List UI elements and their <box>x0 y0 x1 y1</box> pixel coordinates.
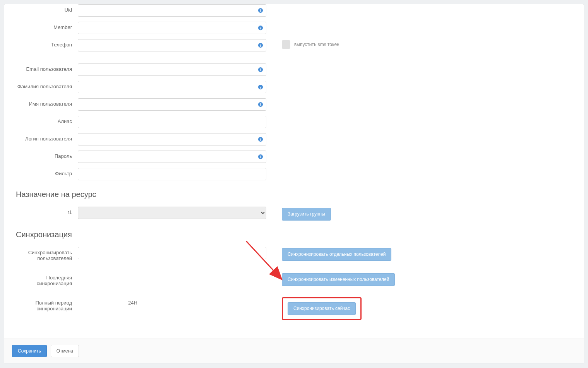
input-alias[interactable] <box>78 116 266 128</box>
field-row-password: Пароль i <box>10 151 578 163</box>
label-email: Email пользователя <box>10 63 78 72</box>
info-icon[interactable]: i <box>258 25 263 31</box>
cancel-button[interactable]: Отмена <box>51 345 79 358</box>
field-row-uid: Uid i <box>10 4 578 17</box>
label-password: Пароль <box>10 151 78 159</box>
info-icon[interactable]: i <box>258 154 263 159</box>
input-uid[interactable] <box>78 4 266 17</box>
field-row-alias: Алиас <box>10 116 578 128</box>
input-login[interactable] <box>78 133 266 145</box>
svg-text:i: i <box>260 68 261 72</box>
input-phone[interactable] <box>78 39 266 51</box>
field-row-firstname: Имя пользователя i <box>10 98 578 111</box>
input-email[interactable] <box>78 63 266 76</box>
svg-text:i: i <box>260 155 261 159</box>
label-sync-users: Синхронизировать пользователей <box>10 247 78 261</box>
svg-text:i: i <box>260 43 261 48</box>
svg-text:i: i <box>260 85 261 89</box>
field-row-full-period: Полный период синхронизации 24H Синхрони… <box>10 297 578 320</box>
svg-text:i: i <box>260 26 261 30</box>
input-lastname[interactable] <box>78 81 266 93</box>
label-r1: r1 <box>10 207 78 215</box>
field-row-r1: r1 Загрузить группы <box>10 207 578 221</box>
label-member: Member <box>10 22 78 30</box>
field-row-email: Email пользователя i <box>10 63 578 76</box>
label-filter: Фильтр <box>10 168 78 176</box>
info-icon[interactable]: i <box>258 102 263 107</box>
input-firstname[interactable] <box>78 98 266 111</box>
sync-now-button[interactable]: Синхронизировать сейчас <box>288 302 356 315</box>
label-firstname: Имя пользователя <box>10 98 78 107</box>
heading-sync: Синхронизация <box>10 230 578 239</box>
label-full-period: Полный период синхронизации <box>10 297 78 312</box>
svg-text:i: i <box>260 137 261 142</box>
label-sms-token: выпустить sms токен <box>294 42 339 47</box>
info-icon[interactable]: i <box>258 84 263 90</box>
info-icon[interactable]: i <box>258 67 263 72</box>
field-row-last-sync: Последняя синхронизация Синхронизировать… <box>10 272 578 286</box>
field-row-member: Member i <box>10 22 578 34</box>
input-member[interactable] <box>78 22 266 34</box>
info-icon[interactable]: i <box>258 43 263 48</box>
label-uid: Uid <box>10 4 78 13</box>
label-last-sync: Последняя синхронизация <box>10 272 78 286</box>
save-button[interactable]: Сохранить <box>12 345 47 358</box>
label-phone: Телефон <box>10 39 78 48</box>
input-filter[interactable] <box>78 168 266 180</box>
field-row-sync-users: Синхронизировать пользователей Синхрониз… <box>10 247 578 261</box>
sync-changed-users-button[interactable]: Синхронизировать измененных пользователе… <box>282 273 395 286</box>
input-password[interactable] <box>78 151 266 163</box>
label-lastname: Фамилия пользователя <box>10 81 78 89</box>
field-row-filter: Фильтр <box>10 168 578 180</box>
svg-text:i: i <box>260 9 261 13</box>
info-icon[interactable]: i <box>258 137 263 142</box>
info-icon[interactable]: i <box>258 8 263 13</box>
highlight-box: Синхронизировать сейчас <box>282 297 362 320</box>
select-r1[interactable] <box>78 207 266 219</box>
field-row-phone: Телефон i выпустить sms токен <box>10 39 578 51</box>
label-alias: Алиас <box>10 116 78 124</box>
value-full-period: 24H <box>78 297 266 306</box>
input-sync-users[interactable] <box>78 247 266 259</box>
checkbox-sms-token[interactable] <box>282 40 290 49</box>
label-login: Логин пользователя <box>10 133 78 142</box>
sync-individual-users-button[interactable]: Синхронизировать отдельных пользователей <box>282 248 391 261</box>
form-panel: Uid i Member i <box>4 4 584 363</box>
heading-resource-assignment: Назначение на ресурс <box>10 190 578 199</box>
load-groups-button[interactable]: Загрузить группы <box>282 208 331 221</box>
field-row-lastname: Фамилия пользователя i <box>10 81 578 93</box>
field-row-login: Логин пользователя i <box>10 133 578 145</box>
footer-bar: Сохранить Отмена <box>4 339 584 363</box>
svg-text:i: i <box>260 103 261 107</box>
